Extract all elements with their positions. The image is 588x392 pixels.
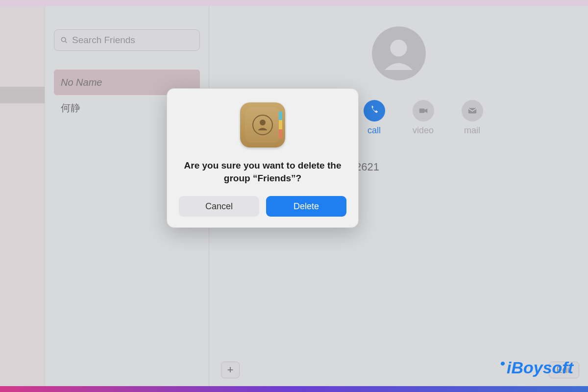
dialog-buttons: Cancel Delete bbox=[179, 196, 346, 217]
svg-point-6 bbox=[260, 120, 266, 125]
watermark: iBoysoft bbox=[501, 358, 573, 377]
dock-strip bbox=[0, 386, 588, 392]
contacts-app-icon bbox=[240, 102, 285, 147]
delete-group-dialog: Are you sure you want to delete the grou… bbox=[167, 88, 359, 228]
dialog-message: Are you sure you want to delete the grou… bbox=[179, 159, 346, 184]
delete-button[interactable]: Delete bbox=[266, 196, 346, 217]
cancel-button[interactable]: Cancel bbox=[179, 196, 259, 217]
